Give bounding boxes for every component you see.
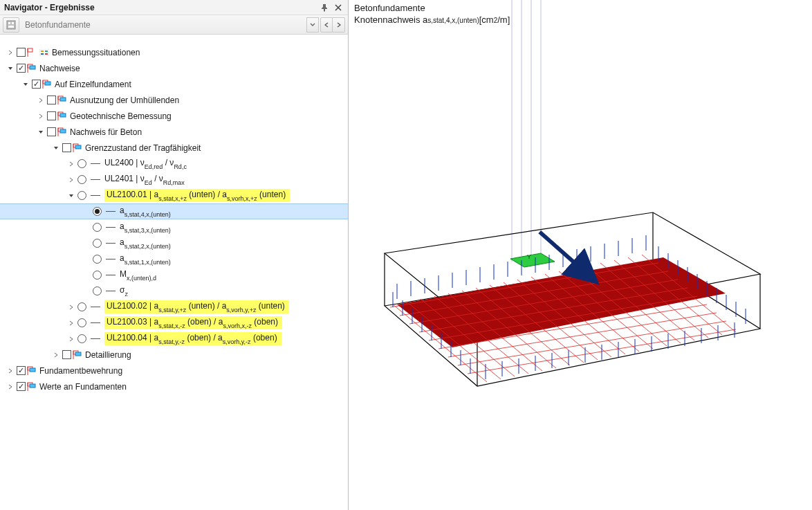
chevron-right-icon[interactable] xyxy=(6,384,15,390)
tree-row[interactable]: Fundamentbewehrung xyxy=(0,363,348,379)
radio[interactable] xyxy=(93,207,102,216)
svg-rect-37 xyxy=(30,384,35,388)
radio[interactable] xyxy=(93,239,102,248)
checkbox[interactable] xyxy=(32,80,41,89)
checkbox[interactable] xyxy=(47,111,56,120)
checkbox[interactable] xyxy=(17,366,26,375)
chevron-right-icon[interactable] xyxy=(6,50,15,55)
svg-rect-8 xyxy=(45,51,48,52)
tree-row[interactable]: σz xyxy=(0,283,348,299)
tree-row[interactable]: Mx,(unten),d xyxy=(0,267,348,283)
flag-icon xyxy=(57,111,67,121)
radio[interactable] xyxy=(77,318,86,327)
tree-row[interactable]: UL2100.03 | as,stat,x,-z (oben) / as,vor… xyxy=(0,315,348,331)
tree-row[interactable]: Grenzzustand der Tragfähigkeit xyxy=(0,140,348,156)
line-icon xyxy=(106,211,116,212)
radio[interactable] xyxy=(77,334,86,343)
chevron-right-icon[interactable] xyxy=(66,336,76,342)
radio[interactable] xyxy=(77,175,86,184)
tree-label: as,stat,4,x,(unten) xyxy=(120,206,178,217)
checkbox[interactable] xyxy=(17,48,26,57)
results-tree[interactable]: Bemessungssituationen Nachweise Auf Einz… xyxy=(0,35,348,510)
chevron-right-icon[interactable] xyxy=(36,113,46,119)
radio[interactable] xyxy=(93,271,102,280)
svg-rect-1 xyxy=(8,22,10,24)
chevron-down-icon[interactable] xyxy=(36,129,46,135)
chevron-right-icon[interactable] xyxy=(66,161,76,167)
svg-rect-22 xyxy=(60,113,66,117)
tree-label: Nachweise xyxy=(39,64,87,73)
tree-label: Ausnutzung der Umhüllenden xyxy=(70,95,186,105)
tree-row[interactable]: as,stat,3,x,(unten) xyxy=(0,219,348,235)
chevron-down-icon[interactable] xyxy=(51,145,61,151)
combo-dropdown-icon[interactable] xyxy=(306,17,319,33)
chevron-right-icon[interactable] xyxy=(6,368,15,374)
tree-row[interactable]: UL2400 | νEd,red / νRd,c xyxy=(0,156,348,172)
checkbox[interactable] xyxy=(47,95,56,104)
line-icon xyxy=(106,227,116,228)
svg-text:Y: Y xyxy=(527,253,531,260)
svg-rect-10 xyxy=(45,53,48,55)
chevron-down-icon[interactable] xyxy=(21,82,30,87)
checkbox[interactable] xyxy=(17,64,26,73)
checkbox[interactable] xyxy=(47,127,56,136)
svg-marker-46 xyxy=(510,253,555,267)
tree-row[interactable]: UL2100.01 | as,stat,x,+z (unten) / as,vo… xyxy=(0,188,348,203)
tree-label: Bemessungssituationen xyxy=(52,48,147,57)
tree-row[interactable]: Nachweis für Beton xyxy=(0,124,348,140)
svg-rect-19 xyxy=(60,98,66,101)
flag-icon xyxy=(27,48,37,57)
tree-label: σz xyxy=(120,285,135,296)
tree-row[interactable]: UL2100.02 | as,stat,y,+z (unten) / as,vo… xyxy=(0,299,348,315)
tree-label: UL2100.03 | as,stat,x,-z (oben) / as,vor… xyxy=(104,316,282,329)
line-icon xyxy=(91,179,100,180)
svg-rect-31 xyxy=(75,352,81,356)
nav-prev-icon[interactable] xyxy=(320,17,333,33)
checkbox[interactable] xyxy=(62,143,71,152)
radio[interactable] xyxy=(93,223,102,232)
flag-icon xyxy=(57,95,67,105)
chevron-right-icon[interactable] xyxy=(66,320,76,326)
radio[interactable] xyxy=(77,191,86,200)
svg-rect-28 xyxy=(75,145,81,149)
tree-label: as,stat,3,x,(unten) xyxy=(120,221,178,233)
tree-row[interactable]: Ausnutzung der Umhüllenden xyxy=(0,92,348,108)
chevron-down-icon[interactable] xyxy=(66,193,76,199)
svg-rect-3 xyxy=(8,26,14,28)
checkbox[interactable] xyxy=(62,350,71,359)
chevron-right-icon[interactable] xyxy=(51,352,61,358)
svg-rect-9 xyxy=(41,53,44,55)
svg-rect-7 xyxy=(41,51,44,52)
radio[interactable] xyxy=(93,286,102,295)
radio[interactable] xyxy=(77,159,86,168)
chevron-right-icon[interactable] xyxy=(36,98,46,103)
tree-row[interactable]: Werte an Fundamenten xyxy=(0,379,348,394)
tree-row[interactable]: Geotechnische Bemessung xyxy=(0,108,348,124)
tree-label: UL2401 | νEd / νRd,max xyxy=(104,174,192,185)
chevron-right-icon[interactable] xyxy=(66,304,76,310)
line-icon xyxy=(106,243,116,244)
tree-row-selected[interactable]: as,stat,4,x,(unten) xyxy=(0,203,348,219)
panel-title: Navigator - Ergebnisse xyxy=(4,3,95,12)
module-combo[interactable]: Betonfundamente xyxy=(21,20,95,30)
close-icon[interactable] xyxy=(333,2,344,13)
tree-row[interactable]: UL2401 | νEd / νRd,max xyxy=(0,172,348,188)
pin-icon[interactable] xyxy=(319,2,330,13)
checkbox[interactable] xyxy=(17,382,26,391)
radio[interactable] xyxy=(93,255,102,264)
model-view[interactable]: Betonfundamente Knotennachweis as,stat,4… xyxy=(349,0,812,510)
line-icon xyxy=(91,307,100,307)
chevron-down-icon[interactable] xyxy=(6,66,15,71)
tree-row[interactable]: Nachweise xyxy=(0,60,348,76)
toolbar-button-module-icon[interactable] xyxy=(3,17,19,33)
tree-row[interactable]: Detaillierung xyxy=(0,347,348,363)
tree-row[interactable]: Bemessungssituationen xyxy=(0,44,348,60)
svg-rect-25 xyxy=(60,129,66,133)
tree-row[interactable]: as,stat,1,x,(unten) xyxy=(0,251,348,267)
tree-row[interactable]: Auf Einzelfundament xyxy=(0,76,348,92)
nav-next-icon[interactable] xyxy=(333,17,345,33)
chevron-right-icon[interactable] xyxy=(66,177,76,183)
radio[interactable] xyxy=(77,302,86,311)
tree-row[interactable]: as,stat,2,x,(unten) xyxy=(0,235,348,251)
tree-row[interactable]: UL2100.04 | as,stat,y,-z (oben) / as,vor… xyxy=(0,331,348,347)
